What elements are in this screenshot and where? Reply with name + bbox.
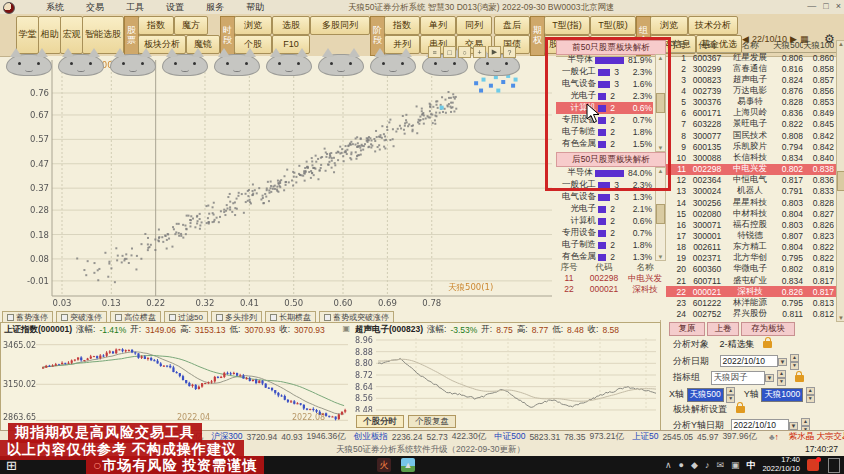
tray-icon[interactable]: ◆ [691, 460, 698, 470]
menu-帮助[interactable]: 帮助 [246, 1, 264, 14]
close-button[interactable]: × [836, 1, 841, 11]
table-row[interactable]: 1600367红星发展0.8060.860 [666, 52, 836, 63]
sector-row-电气设备[interactable]: 电气设备31.3% [556, 191, 653, 203]
date-spinner[interactable]: ▲▼ [790, 354, 799, 370]
dropdown-icon[interactable]: ▼ [765, 374, 775, 382]
toolbar-button-选股[interactable]: 选股 [272, 16, 310, 35]
toolbar-button-浏览[interactable]: 浏览 [234, 16, 272, 35]
table-row[interactable]: 14300256星星科技0.8030.828 [666, 197, 836, 208]
menu-系统[interactable]: 系统 [46, 1, 64, 14]
tray-icon[interactable]: ✉ [716, 460, 724, 470]
tray-icon[interactable]: ∧ [665, 460, 672, 470]
table-row[interactable]: 2300299富春通信0.8160.858 [666, 63, 836, 74]
toolbar-button-多股同列[interactable]: 多股同列 [310, 16, 370, 35]
analysis-target-value[interactable]: 2-精选集 [720, 339, 755, 349]
index-name-中证500[interactable]: 中证500 [494, 431, 525, 443]
scroll-down-icon[interactable]: ▼ [658, 145, 664, 151]
indicator-spinner[interactable]: ▲▼ [777, 370, 786, 386]
toolbar-button-T型(指)[interactable]: T型(指) [544, 16, 590, 35]
notification-badge-icon[interactable] [807, 459, 819, 471]
input-method-indicator[interactable]: 中 [746, 459, 755, 472]
sector-row-计算机[interactable]: 计算机20.6% [556, 215, 653, 227]
sector-row-专用设备[interactable]: 专用设备20.7% [556, 227, 653, 239]
table-row[interactable]: 16300071福石控股0.8030.826 [666, 219, 836, 230]
y-axis-select[interactable]: 天狼1000 [761, 388, 803, 402]
y-axis-spinner[interactable]: ▲▼ [806, 387, 815, 403]
rollup-button[interactable]: 上卷 [707, 322, 739, 336]
table-row[interactable]: 5300376易事特0.8280.853 [666, 97, 836, 108]
table-row[interactable]: 20600360华微电子0.8020.819 [666, 264, 836, 275]
column-header-代码[interactable]: 代码 [687, 40, 727, 52]
dropdown-icon[interactable]: ▼ [778, 358, 788, 366]
column-header-天狼1000[interactable]: 天狼1000▼ [803, 40, 834, 52]
table-row[interactable]: 15002080中材科技0.8040.827 [666, 208, 836, 219]
toolbar-button-指数[interactable]: 指数 [138, 16, 174, 35]
scroll-up-icon[interactable]: ▲ [658, 168, 664, 174]
sector-row-半导体[interactable]: 半导体81.9% [556, 54, 653, 66]
table-scrollbar[interactable]: ▲▼ [836, 40, 844, 322]
tab-个股分时[interactable]: 个股分时 [356, 415, 404, 428]
table-row[interactable]: 21600711盛屯矿业0.8340.817 [666, 275, 836, 286]
sector-row-一般化工[interactable]: 一般化工32.3% [556, 66, 653, 78]
sector-row-专用设备[interactable]: 专用设备20.7% [556, 114, 653, 126]
sector-row-半导体[interactable]: 半导体84.0% [556, 167, 653, 179]
upgrade-notice[interactable]: 天狼50证券分析系统软件升级（2022-09-30更新） [336, 444, 525, 456]
sector-row-电子制造[interactable]: 电子制造21.8% [556, 126, 653, 138]
table-row[interactable]: 12002364中恒电气0.8170.836 [666, 175, 836, 186]
toolbar-button-盘后[interactable]: 盘后 [494, 16, 530, 35]
sector-row-电子制造[interactable]: 电子制造21.8% [556, 239, 653, 251]
tab-个股复盘[interactable]: 个股复盘 [408, 415, 456, 428]
save-as-sector-button[interactable]: 存为板块 [741, 322, 795, 336]
sector-row-有色金属[interactable]: 有色金属21.5% [556, 138, 653, 150]
table-row[interactable]: 13300024机器人0.7910.833 [666, 186, 836, 197]
sector-panel-header-top[interactable]: 前50只股票板块解析 [556, 40, 666, 55]
index-name-创业板指[interactable]: 创业板指 [354, 431, 388, 443]
table-row[interactable]: 9600135乐凯胶片0.7940.842 [666, 141, 836, 152]
mini-icon-+[interactable]: + [473, 46, 486, 58]
table-row[interactable]: 8300077国民技术0.8080.842 [666, 130, 836, 141]
mini-icon-?[interactable]: ? [503, 46, 516, 58]
scatter-chart[interactable] [16, 56, 556, 310]
index-name-上证50[interactable]: 上证50 [632, 431, 658, 443]
x-axis-spinner[interactable]: ▲▼ [726, 387, 735, 403]
analysis-date-input[interactable]: 2022/10/10 [720, 355, 778, 367]
menu-交易[interactable]: 交易 [86, 1, 104, 14]
toolbar-button-浏览[interactable]: 浏览 [650, 16, 688, 35]
table-row[interactable]: 10300088长信科技0.8340.840 [666, 152, 836, 163]
column-header-序号[interactable]: 序号 [666, 40, 687, 52]
taskbar-clock[interactable]: 17:402022/10/10 [762, 456, 800, 473]
table-row[interactable]: 7603228景旺电子0.8220.845 [666, 119, 836, 130]
minimize-button[interactable]: — [807, 1, 816, 11]
kline-chart[interactable] [2, 334, 350, 422]
table-row[interactable]: 23601222林洋能源0.7950.813 [666, 297, 836, 308]
table-row[interactable]: 22000021深科技0.8260.817 [666, 286, 836, 297]
mini-icon-≡[interactable]: ≡ [428, 46, 441, 58]
indicator-group-select[interactable]: 天狼因子 [711, 371, 765, 385]
mini-icon-□[interactable]: □ [443, 46, 456, 58]
app-icon-flame[interactable]: 火 [377, 458, 391, 472]
toolbar-button-技术分析[interactable]: 技术分析 [688, 16, 738, 35]
table-row[interactable]: 6600171上海贝岭0.8360.849 [666, 108, 836, 119]
app-icon-photos[interactable]: ▲ [401, 458, 415, 472]
maximize-button[interactable]: □ [823, 1, 828, 11]
panel-expand-icon[interactable]: ▣ [342, 324, 350, 333]
mini-icon-▶[interactable]: ▶ [488, 46, 501, 58]
tray-icon[interactable]: ▣ [731, 460, 740, 470]
mini-icon-○[interactable]: ○ [458, 46, 471, 58]
tray-icon[interactable]: ● [679, 460, 684, 470]
toolbar-button-指数[interactable]: 指数 [384, 16, 420, 35]
table-row[interactable]: 3000823超声电子0.8240.857 [666, 74, 836, 85]
menu-工具[interactable]: 工具 [126, 1, 144, 14]
mini-table-row[interactable]: 22000021深科技 [556, 284, 664, 296]
menu-设置[interactable]: 设置 [166, 1, 184, 14]
table-row[interactable]: 24002752昇兴股份0.8110.812 [666, 308, 836, 319]
tray-icon[interactable]: ♪ [705, 460, 710, 470]
scroll-up-icon[interactable]: ▲ [658, 55, 664, 61]
toolbar-button-同列[interactable]: 同列 [456, 16, 492, 35]
table-row[interactable]: 18002611东方精工0.8040.822 [666, 242, 836, 253]
table-row[interactable]: 19002371北方华创0.7950.822 [666, 253, 836, 264]
sector-row-电气设备[interactable]: 电气设备31.6% [556, 78, 653, 90]
table-row[interactable]: 17300001特锐德0.8070.823 [666, 230, 836, 241]
toolbar-button-单列[interactable]: 单列 [420, 16, 456, 35]
sector-row-光电子[interactable]: 光电子22.1% [556, 203, 653, 215]
